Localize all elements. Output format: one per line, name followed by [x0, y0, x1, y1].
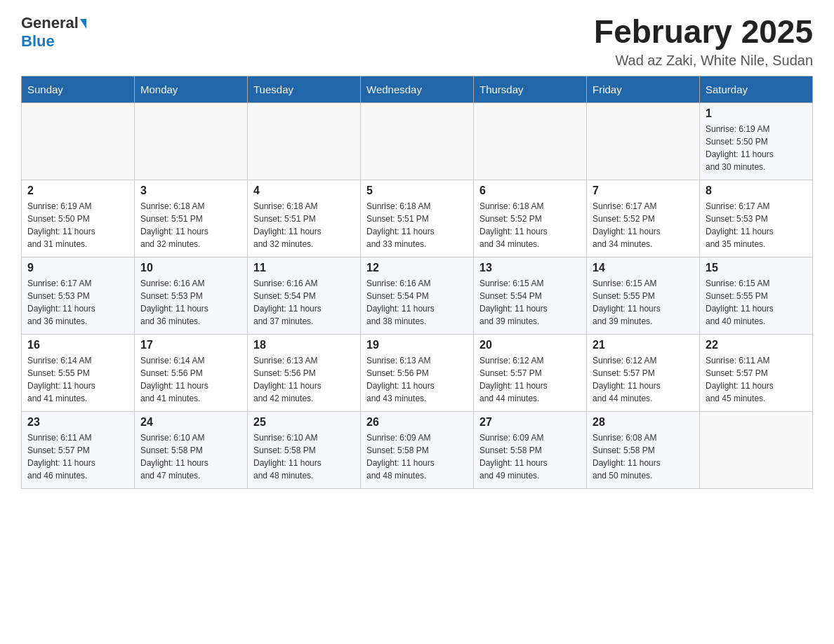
day-info: Sunrise: 6:15 AMSunset: 5:55 PMDaylight:… [706, 277, 807, 328]
day-info: Sunrise: 6:18 AMSunset: 5:51 PMDaylight:… [366, 200, 468, 250]
day-number: 28 [593, 416, 694, 429]
calendar-cell: 9Sunrise: 6:17 AMSunset: 5:53 PMDaylight… [22, 257, 135, 334]
calendar-cell: 16Sunrise: 6:14 AMSunset: 5:55 PMDayligh… [22, 334, 135, 411]
calendar-body: 1Sunrise: 6:19 AMSunset: 5:50 PMDaylight… [22, 102, 813, 488]
calendar-cell: 25Sunrise: 6:10 AMSunset: 5:58 PMDayligh… [248, 411, 361, 488]
day-number: 16 [27, 339, 128, 351]
day-number: 17 [140, 339, 241, 351]
day-info: Sunrise: 6:08 AMSunset: 5:58 PMDaylight:… [593, 431, 694, 482]
calendar-cell: 8Sunrise: 6:17 AMSunset: 5:53 PMDaylight… [700, 180, 813, 257]
day-info: Sunrise: 6:10 AMSunset: 5:58 PMDaylight:… [253, 431, 355, 482]
weekday-header-monday: Monday [135, 76, 248, 102]
calendar-cell: 3Sunrise: 6:18 AMSunset: 5:51 PMDaylight… [135, 180, 248, 257]
calendar-cell [587, 102, 700, 180]
day-info: Sunrise: 6:19 AMSunset: 5:50 PMDaylight:… [706, 123, 807, 173]
calendar-cell: 5Sunrise: 6:18 AMSunset: 5:51 PMDaylight… [361, 180, 474, 257]
calendar-cell [474, 102, 587, 180]
logo-general-text: General [21, 14, 79, 32]
calendar-cell: 26Sunrise: 6:09 AMSunset: 5:58 PMDayligh… [361, 411, 474, 488]
calendar-cell: 6Sunrise: 6:18 AMSunset: 5:52 PMDaylight… [474, 180, 587, 257]
calendar-cell [700, 411, 813, 488]
day-info: Sunrise: 6:16 AMSunset: 5:54 PMDaylight:… [253, 277, 355, 328]
calendar-week-row: 16Sunrise: 6:14 AMSunset: 5:55 PMDayligh… [22, 334, 813, 411]
calendar-cell: 17Sunrise: 6:14 AMSunset: 5:56 PMDayligh… [135, 334, 248, 411]
day-number: 4 [253, 185, 355, 197]
calendar-week-row: 23Sunrise: 6:11 AMSunset: 5:57 PMDayligh… [22, 411, 813, 488]
weekday-header-tuesday: Tuesday [248, 76, 361, 102]
day-number: 11 [253, 262, 355, 274]
day-number: 8 [706, 185, 807, 197]
day-number: 1 [706, 107, 807, 120]
calendar-cell: 20Sunrise: 6:12 AMSunset: 5:57 PMDayligh… [474, 334, 587, 411]
day-number: 5 [366, 185, 468, 197]
calendar-cell: 13Sunrise: 6:15 AMSunset: 5:54 PMDayligh… [474, 257, 587, 334]
calendar-cell: 14Sunrise: 6:15 AMSunset: 5:55 PMDayligh… [587, 257, 700, 334]
day-info: Sunrise: 6:17 AMSunset: 5:53 PMDaylight:… [706, 200, 807, 250]
weekday-header-wednesday: Wednesday [361, 76, 474, 102]
calendar-cell: 4Sunrise: 6:18 AMSunset: 5:51 PMDaylight… [248, 180, 361, 257]
day-number: 7 [593, 185, 694, 197]
calendar-cell [22, 102, 135, 180]
weekday-header-row: SundayMondayTuesdayWednesdayThursdayFrid… [22, 76, 813, 102]
calendar-cell [248, 102, 361, 180]
calendar-cell: 15Sunrise: 6:15 AMSunset: 5:55 PMDayligh… [700, 257, 813, 334]
day-info: Sunrise: 6:12 AMSunset: 5:57 PMDaylight:… [479, 354, 581, 405]
day-info: Sunrise: 6:17 AMSunset: 5:53 PMDaylight:… [27, 277, 128, 328]
calendar-cell: 22Sunrise: 6:11 AMSunset: 5:57 PMDayligh… [700, 334, 813, 411]
day-info: Sunrise: 6:16 AMSunset: 5:53 PMDaylight:… [140, 277, 241, 328]
logo-triangle-icon [80, 19, 86, 29]
calendar-cell [361, 102, 474, 180]
calendar-cell: 12Sunrise: 6:16 AMSunset: 5:54 PMDayligh… [361, 257, 474, 334]
day-info: Sunrise: 6:09 AMSunset: 5:58 PMDaylight:… [366, 431, 468, 482]
calendar-cell: 11Sunrise: 6:16 AMSunset: 5:54 PMDayligh… [248, 257, 361, 334]
day-info: Sunrise: 6:11 AMSunset: 5:57 PMDaylight:… [27, 431, 128, 482]
day-number: 19 [366, 339, 468, 351]
day-info: Sunrise: 6:18 AMSunset: 5:52 PMDaylight:… [479, 200, 581, 250]
calendar-cell: 28Sunrise: 6:08 AMSunset: 5:58 PMDayligh… [587, 411, 700, 488]
day-info: Sunrise: 6:11 AMSunset: 5:57 PMDaylight:… [706, 354, 807, 405]
day-number: 25 [253, 416, 355, 429]
day-number: 21 [593, 339, 694, 351]
day-info: Sunrise: 6:18 AMSunset: 5:51 PMDaylight:… [140, 200, 241, 250]
day-number: 20 [479, 339, 581, 351]
day-info: Sunrise: 6:14 AMSunset: 5:56 PMDaylight:… [140, 354, 241, 405]
calendar-cell: 7Sunrise: 6:17 AMSunset: 5:52 PMDaylight… [587, 180, 700, 257]
day-number: 26 [366, 416, 468, 429]
day-number: 6 [479, 185, 581, 197]
day-info: Sunrise: 6:19 AMSunset: 5:50 PMDaylight:… [27, 200, 128, 250]
day-info: Sunrise: 6:15 AMSunset: 5:54 PMDaylight:… [479, 277, 581, 328]
calendar-header: SundayMondayTuesdayWednesdayThursdayFrid… [22, 76, 813, 102]
calendar-week-row: 2Sunrise: 6:19 AMSunset: 5:50 PMDaylight… [22, 180, 813, 257]
day-info: Sunrise: 6:16 AMSunset: 5:54 PMDaylight:… [366, 277, 468, 328]
day-number: 22 [706, 339, 807, 351]
day-info: Sunrise: 6:17 AMSunset: 5:52 PMDaylight:… [593, 200, 694, 250]
month-title: February 2025 [594, 14, 813, 50]
logo-blue-text: Blue [21, 32, 55, 51]
day-number: 23 [27, 416, 128, 429]
day-info: Sunrise: 6:13 AMSunset: 5:56 PMDaylight:… [253, 354, 355, 405]
calendar-cell: 18Sunrise: 6:13 AMSunset: 5:56 PMDayligh… [248, 334, 361, 411]
location-label: Wad az Zaki, White Nile, Sudan [594, 53, 813, 69]
calendar-cell: 19Sunrise: 6:13 AMSunset: 5:56 PMDayligh… [361, 334, 474, 411]
weekday-header-saturday: Saturday [700, 76, 813, 102]
day-info: Sunrise: 6:09 AMSunset: 5:58 PMDaylight:… [479, 431, 581, 482]
day-number: 15 [706, 262, 807, 274]
calendar-cell [135, 102, 248, 180]
day-number: 18 [253, 339, 355, 351]
calendar-cell: 10Sunrise: 6:16 AMSunset: 5:53 PMDayligh… [135, 257, 248, 334]
calendar-cell: 23Sunrise: 6:11 AMSunset: 5:57 PMDayligh… [22, 411, 135, 488]
weekday-header-sunday: Sunday [22, 76, 135, 102]
title-section: February 2025 Wad az Zaki, White Nile, S… [594, 14, 813, 69]
day-info: Sunrise: 6:14 AMSunset: 5:55 PMDaylight:… [27, 354, 128, 405]
calendar-cell: 2Sunrise: 6:19 AMSunset: 5:50 PMDaylight… [22, 180, 135, 257]
calendar-cell: 21Sunrise: 6:12 AMSunset: 5:57 PMDayligh… [587, 334, 700, 411]
calendar-cell: 27Sunrise: 6:09 AMSunset: 5:58 PMDayligh… [474, 411, 587, 488]
logo: General Blue [21, 14, 86, 51]
day-info: Sunrise: 6:13 AMSunset: 5:56 PMDaylight:… [366, 354, 468, 405]
day-number: 2 [27, 185, 128, 197]
calendar-cell: 1Sunrise: 6:19 AMSunset: 5:50 PMDaylight… [700, 102, 813, 180]
day-number: 3 [140, 185, 241, 197]
weekday-header-thursday: Thursday [474, 76, 587, 102]
day-number: 24 [140, 416, 241, 429]
day-info: Sunrise: 6:10 AMSunset: 5:58 PMDaylight:… [140, 431, 241, 482]
